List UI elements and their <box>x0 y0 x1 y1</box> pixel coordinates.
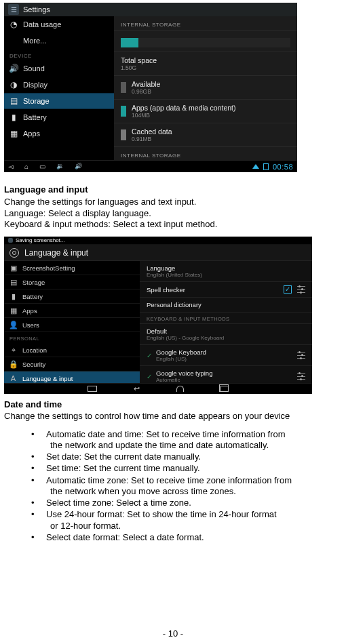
system-nav-bar: ◅ ⌂ ▭ 🔉 🔊 00:58 <box>4 160 297 172</box>
sidebar-item-storage[interactable]: ▤Storage <box>4 275 140 289</box>
list-item: Set time: Set the current time manually. <box>31 463 342 474</box>
sidebar-item-data-usage[interactable]: ◔ Data usage <box>4 16 114 33</box>
clock-time: 00:58 <box>273 163 293 171</box>
battery-icon: ▮ <box>9 293 17 300</box>
swatch-apps <box>121 106 126 117</box>
language-input-section: Language and input Change the settings f… <box>4 184 342 230</box>
bullet-list: Automatic date and time: Set to receive … <box>4 429 342 544</box>
row-title: Spell checker <box>147 286 185 294</box>
sidebar-item-label: Security <box>22 361 45 368</box>
blank-icon <box>9 37 18 45</box>
nav-back-icon[interactable]: ◅ <box>8 163 14 170</box>
sidebar-item-apps[interactable]: ▦ Apps <box>4 125 114 142</box>
nav-recent-icon[interactable]: ▭ <box>39 163 45 170</box>
sidebar-item-label: Apps <box>23 129 40 138</box>
nav-vol-down-icon[interactable]: 🔉 <box>56 163 64 170</box>
stat-title: Available <box>132 80 160 88</box>
nav-vol-up-icon[interactable]: 🔊 <box>75 163 82 170</box>
sidebar-item-display[interactable]: ◑ Display <box>4 77 114 93</box>
stat-value: 0.91MB <box>132 136 172 142</box>
bullet-cont: the network when you move across time zo… <box>46 486 342 497</box>
bullet-text: Use 24-hour format: Set to show the time… <box>46 509 277 519</box>
bullet-text: Select time zone: Select a time zone. <box>46 498 191 508</box>
page-number: - 10 - <box>0 628 346 639</box>
storage-apps[interactable]: Apps (app data & media content)104MB <box>114 99 297 123</box>
header-title: Settings <box>23 5 50 14</box>
storage-icon: ▤ <box>9 279 17 286</box>
nav-extra-icon[interactable] <box>88 386 97 392</box>
sidebar-item-users[interactable]: 👤Users <box>4 318 140 332</box>
storage-available[interactable]: Available0.98GB <box>114 75 297 99</box>
sidebar-item-label: Sound <box>23 64 45 73</box>
sidebar-item-label: Language & input <box>22 375 73 382</box>
settings-slider-icon[interactable] <box>297 373 305 380</box>
sidebar-item-battery[interactable]: ▮ Battery <box>4 109 114 125</box>
sidebar-item-label: Location <box>22 346 47 354</box>
swatch-available <box>121 82 126 93</box>
nav-recent-icon[interactable] <box>220 386 229 392</box>
list-item: Automatic time zone: Set to receive time… <box>31 475 342 498</box>
stat-title: Total space <box>121 56 157 64</box>
swatch-cached <box>121 129 126 140</box>
bullet-text: Automatic date and time: Set to receive … <box>46 429 286 439</box>
row-default-keyboard[interactable]: DefaultEnglish (US) - Google Keyboard <box>140 324 312 345</box>
section-line: Keyboard & input methods: Select a text … <box>4 219 342 230</box>
location-icon: ⌖ <box>9 346 17 354</box>
row-subtitle: Automatic <box>156 377 212 383</box>
sidebar-item-label: Storage <box>23 97 50 105</box>
settings-slider-icon[interactable] <box>297 352 305 359</box>
nav-back-icon[interactable]: ↩ <box>134 384 140 393</box>
sidebar-item-sound[interactable]: 🔊 Sound <box>4 60 114 77</box>
bullet-cont: the network and update the time and date… <box>46 440 342 451</box>
app-header: Language & input <box>4 245 312 261</box>
row-google-voice-typing[interactable]: ✓Google voice typingAutomatic <box>140 366 312 383</box>
status-bar: Saving screenshot... <box>4 237 312 245</box>
list-item: Use 24-hour format: Set to show the time… <box>31 509 342 531</box>
section-line: Language: Select a display language. <box>4 208 342 219</box>
spell-checkbox[interactable] <box>284 285 292 294</box>
settings-sidebar: ◔ Data usage More... DEVICE 🔊 Sound ◑ Di… <box>4 16 114 160</box>
sidebar-item-apps[interactable]: ▦Apps <box>4 304 140 318</box>
check-icon: ✓ <box>147 352 152 359</box>
row-language[interactable]: LanguageEnglish (United States) <box>140 261 312 282</box>
sidebar-item-storage[interactable]: ▤ Storage <box>4 93 114 109</box>
row-subtitle: English (US) - Google Keyboard <box>147 335 224 341</box>
sidebar-item-label: Battery <box>22 293 43 300</box>
settings-slider-icon[interactable] <box>297 286 305 293</box>
gear-icon <box>9 248 19 258</box>
language-input-screenshot: Saving screenshot... Language & input ▣S… <box>4 237 312 394</box>
row-spell-checker[interactable]: Spell checker <box>140 282 312 298</box>
sidebar-item-security[interactable]: 🔒Security <box>4 357 140 371</box>
bullet-cont: or 12-hour format. <box>46 521 342 531</box>
row-personal-dictionary[interactable]: Personal dictionary <box>140 298 312 313</box>
sidebar-item-language-input[interactable]: ALanguage & input <box>4 371 140 383</box>
sidebar-item-location[interactable]: ⌖Location <box>4 343 140 357</box>
list-item: Set date: Set the current date manually. <box>31 451 342 462</box>
status-notif-icon <box>8 238 13 243</box>
section-title: Date and time <box>4 399 342 410</box>
row-subtitle: English (US) <box>156 356 206 362</box>
check-icon: ✓ <box>147 373 152 380</box>
sidebar-item-label: Users <box>22 321 39 329</box>
language-icon: A <box>9 375 17 382</box>
nav-home-icon[interactable]: ⌂ <box>24 163 28 170</box>
section-line: Change the settings for languages and te… <box>4 197 342 207</box>
row-google-keyboard[interactable]: ✓Google KeyboardEnglish (US) <box>140 345 312 366</box>
sidebar-item-label: More... <box>23 37 46 45</box>
system-nav-bar: ↩ <box>4 383 312 394</box>
sidebar-item-battery[interactable]: ▮Battery <box>4 289 140 304</box>
stat-value: 0.98GB <box>132 88 160 95</box>
storage-total[interactable]: Total space1.50G <box>114 52 297 75</box>
data-usage-icon: ◔ <box>9 20 18 28</box>
section-title: Language and input <box>4 184 342 195</box>
sidebar-item-more[interactable]: More... <box>4 33 114 49</box>
sidebar-item-screenshotsetting[interactable]: ▣ScreenshotSetting <box>4 261 140 275</box>
sidebar-item-label: Display <box>23 81 47 89</box>
bullet-text: Set time: Set the current time manually. <box>46 463 200 473</box>
nav-home-icon[interactable] <box>176 386 184 392</box>
sidebar-section-device: DEVICE <box>4 49 114 60</box>
list-item: Select date format: Select a date format… <box>31 532 342 543</box>
storage-cached[interactable]: Cached data0.91MB <box>114 123 297 146</box>
storage-panel: INTERNAL STORAGE Total space1.50G Availa… <box>114 16 297 160</box>
header-title: Language & input <box>24 248 88 258</box>
